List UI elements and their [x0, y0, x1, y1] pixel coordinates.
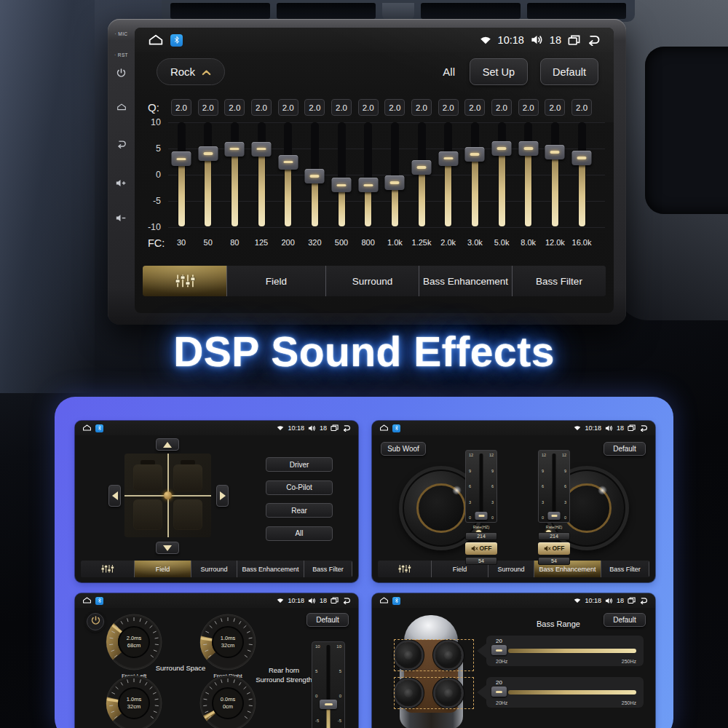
tab-surround[interactable]: Surround — [326, 266, 419, 296]
eq-band-slider[interactable] — [231, 122, 239, 227]
position-button-rear[interactable]: Rear — [266, 503, 333, 518]
arrow-left-button[interactable] — [108, 485, 121, 507]
eq-band-slider[interactable] — [524, 122, 532, 227]
position-button-all[interactable]: All — [266, 526, 333, 541]
home-button[interactable] — [108, 103, 135, 111]
eq-band-slider[interactable] — [471, 122, 479, 227]
q-value-box[interactable]: 2.0 — [384, 99, 405, 116]
eq-band-slider[interactable] — [444, 122, 452, 227]
tab-field[interactable]: Field — [135, 561, 191, 577]
back-icon[interactable] — [639, 597, 648, 604]
level-fader[interactable]: 129630129630 — [465, 450, 497, 523]
eq-slider-handle[interactable] — [305, 169, 325, 183]
volume-down-button[interactable] — [108, 214, 135, 223]
recents-icon[interactable] — [568, 35, 580, 45]
eq-slider-handle[interactable] — [518, 141, 538, 156]
bluetooth-app-icon[interactable] — [170, 34, 183, 47]
arrow-down-button[interactable] — [156, 542, 179, 554]
all-toggle[interactable]: All — [443, 66, 455, 78]
q-value-box[interactable]: 2.0 — [518, 99, 539, 116]
recents-icon[interactable] — [331, 424, 339, 431]
eq-band-slider[interactable] — [258, 122, 266, 227]
eq-band-slider[interactable] — [498, 122, 506, 227]
back-icon[interactable] — [639, 424, 648, 432]
fader-handle[interactable] — [475, 512, 488, 520]
listening-position-dot[interactable] — [164, 491, 172, 499]
eq-slider-handle[interactable] — [545, 145, 565, 159]
eq-slider-handle[interactable] — [385, 175, 405, 190]
eq-slider-handle[interactable] — [225, 142, 245, 157]
q-value-box[interactable]: 2.0 — [251, 99, 272, 116]
q-value-box[interactable]: 2.0 — [331, 99, 352, 116]
tab-equalizer[interactable] — [81, 561, 135, 577]
seat-position-map[interactable] — [124, 454, 211, 537]
eq-slider-handle[interactable] — [278, 155, 298, 170]
bluetooth-app-icon[interactable] — [95, 597, 103, 605]
bluetooth-app-icon[interactable] — [392, 424, 400, 432]
default-button[interactable]: Default — [604, 613, 646, 627]
eq-slider-handle[interactable] — [438, 151, 458, 166]
default-button[interactable]: Default — [540, 58, 598, 85]
surround-strength-fader[interactable]: 1050-5-10 1050-5-10 — [312, 641, 345, 728]
recents-icon[interactable] — [628, 424, 636, 431]
tab-bass-enhancement[interactable]: Bass Enhancement — [419, 266, 513, 296]
surround-delay-gauge[interactable]: 1.0ms32cmRear Left — [105, 674, 163, 728]
back-icon[interactable] — [342, 424, 351, 432]
home-icon[interactable] — [82, 597, 92, 604]
arrow-up-button[interactable] — [156, 438, 179, 451]
q-value-box[interactable]: 2.0 — [571, 99, 592, 116]
eq-band-slider[interactable] — [364, 122, 372, 227]
tab-equalizer[interactable] — [143, 266, 227, 296]
q-value-box[interactable]: 2.0 — [438, 99, 459, 116]
eq-band-slider[interactable] — [178, 122, 186, 227]
fader-handle[interactable] — [548, 512, 561, 520]
tab-bass-filter[interactable]: Bass Filter — [304, 561, 352, 577]
bass-range-slider[interactable]: 2020Hz250Hz — [486, 636, 644, 666]
tab-bass-enhancement[interactable]: Bass Enhancement — [237, 561, 304, 577]
slider-handle[interactable] — [491, 687, 507, 697]
fader-handle[interactable] — [320, 700, 337, 709]
tab-surround[interactable]: Surround — [191, 561, 237, 577]
position-button-driver[interactable]: Driver — [266, 457, 333, 472]
power-button[interactable] — [108, 68, 135, 79]
recents-icon[interactable] — [331, 597, 339, 604]
slider-handle[interactable] — [491, 645, 507, 655]
set-up-button[interactable]: Set Up — [470, 58, 528, 85]
q-value-box[interactable]: 2.0 — [198, 99, 218, 116]
arrow-right-button[interactable] — [216, 485, 229, 507]
bluetooth-app-icon[interactable] — [392, 597, 400, 605]
preset-dropdown[interactable]: Rock — [157, 58, 225, 85]
eq-slider-handle[interactable] — [412, 160, 432, 175]
mute-button[interactable]: OFF — [538, 542, 570, 555]
q-value-box[interactable]: 2.0 — [545, 99, 565, 116]
q-value-box[interactable]: 2.0 — [304, 99, 325, 116]
surround-delay-gauge[interactable]: 0.0ms0cmRear Right — [199, 674, 257, 728]
home-icon[interactable] — [379, 424, 389, 431]
tab-bass-filter[interactable]: Bass Filter — [601, 561, 649, 577]
home-icon[interactable] — [379, 597, 389, 604]
recents-icon[interactable] — [628, 597, 636, 604]
home-icon[interactable] — [82, 424, 92, 431]
q-value-box[interactable]: 2.0 — [224, 99, 245, 116]
eq-band-slider[interactable] — [578, 122, 586, 227]
eq-band-slider[interactable] — [551, 122, 559, 227]
eq-band-slider[interactable] — [338, 122, 346, 227]
surround-power-button[interactable] — [87, 613, 104, 630]
sub-woof-button[interactable]: Sub Woof — [381, 442, 426, 456]
eq-band-slider[interactable] — [391, 122, 399, 227]
surround-delay-gauge[interactable]: 2.0ms68cmFront Left — [105, 613, 163, 671]
q-value-box[interactable]: 2.0 — [464, 99, 485, 116]
level-fader[interactable]: 129630129630 — [538, 450, 570, 523]
home-icon[interactable] — [148, 34, 164, 46]
back-icon[interactable] — [342, 597, 351, 604]
eq-slider-handle[interactable] — [492, 141, 512, 156]
q-value-box[interactable]: 2.0 — [491, 99, 512, 116]
q-value-box[interactable]: 2.0 — [411, 99, 432, 116]
back-button[interactable] — [108, 140, 135, 149]
eq-slider-handle[interactable] — [172, 151, 191, 166]
tab-field[interactable]: Field — [227, 266, 326, 296]
default-button[interactable]: Default — [604, 442, 646, 456]
q-value-box[interactable]: 2.0 — [278, 99, 298, 116]
q-value-box[interactable]: 2.0 — [171, 99, 191, 116]
eq-band-slider[interactable] — [418, 122, 426, 227]
